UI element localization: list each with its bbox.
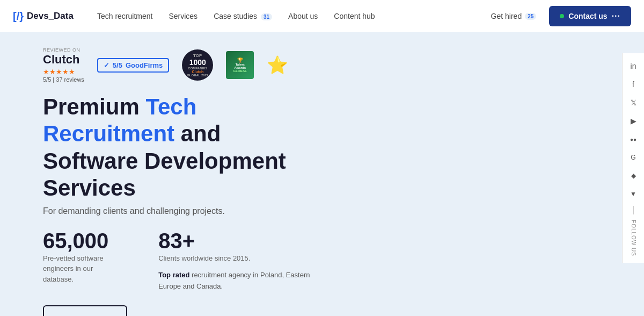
top-rated-text: Top rated recruitment agency in Poland, … [158, 270, 322, 292]
stats-row: 65,000 Pre-vetted software engineers in … [43, 229, 322, 292]
stat-engineers: 65,000 Pre-vetted software engineers in … [43, 229, 115, 292]
youtube-icon[interactable]: ▶ [627, 114, 640, 127]
social-divider [633, 206, 634, 214]
goodfirms-score: 5/5 [113, 61, 122, 69]
navigation: [/} Devs_Data Tech recruitment Services … [0, 0, 644, 32]
badges-row: REVIEWED ON Clutch ★★★★★ 5/5 | 37 review… [43, 47, 601, 83]
clutch-badge: REVIEWED ON Clutch ★★★★★ 5/5 | 37 review… [43, 47, 84, 83]
clutch-stars: ★★★★★ [43, 68, 75, 76]
hero-left: Premium Tech Recruitment and Software De… [43, 94, 322, 316]
clutch-rating: 5/5 | 37 reviews [43, 76, 84, 83]
nav-links: Tech recruitment Services Case studies 3… [91, 8, 485, 25]
nav-case-studies[interactable]: Case studies 31 [207, 8, 279, 25]
goodfirms-social-icon[interactable]: ▼ [627, 188, 640, 200]
nav-about[interactable]: About us [282, 8, 324, 25]
logo-icon: [/} [13, 10, 24, 23]
stat1-number: 65,000 [43, 229, 115, 253]
stat-clients: 83+ Clients worldwide since 2015. Top ra… [158, 229, 322, 292]
goodfirms-badge: ✓ 5/5 GoodFirms [97, 58, 169, 73]
goodfirms-name: GoodFirms [126, 61, 163, 69]
hero-section: REVIEWED ON Clutch ★★★★★ 5/5 | 37 review… [0, 32, 644, 316]
case-studies-badge: 31 [261, 13, 272, 20]
stat2-desc: Clients worldwide since 2015. [158, 253, 255, 264]
nav-right: Get hired 25 Contact us ··· [485, 6, 631, 26]
logo-text: Devs_Data [27, 11, 74, 21]
stat2-number: 83+ [158, 229, 322, 253]
medium-icon[interactable]: ●● [627, 133, 640, 146]
clutch-reviewed-label: REVIEWED ON [43, 47, 84, 53]
menu-dots: ··· [612, 11, 620, 21]
get-hired-button[interactable]: Get hired 25 [485, 8, 543, 25]
follow-us-label: Follow us [631, 220, 636, 256]
learn-more-button[interactable]: Learn more ↓ [43, 305, 127, 316]
clutch-social-icon[interactable]: ◆ [627, 169, 640, 182]
get-hired-badge: 25 [525, 13, 536, 20]
twitter-icon[interactable]: 𝕏 [627, 96, 640, 109]
headline: Premium Tech Recruitment and Software De… [43, 94, 322, 202]
stat1-desc: Pre-vetted software engineers in our dat… [43, 253, 115, 285]
hero-main: Premium Tech Recruitment and Software De… [43, 94, 601, 316]
goodfirms-checkmark: ✓ [104, 61, 109, 69]
contact-button[interactable]: Contact us ··· [549, 6, 631, 26]
clutch-top-badge: TOP 1000 COMPANIES Clutch GLOBAL 2022 [182, 49, 213, 81]
nav-content-hub[interactable]: Content hub [327, 8, 381, 25]
facebook-icon[interactable]: f [627, 78, 640, 91]
nav-services[interactable]: Services [162, 8, 204, 25]
status-dot [560, 14, 564, 18]
social-sidebar: in f 𝕏 ▶ ●● G ◆ ▼ Follow us [622, 53, 644, 263]
nav-tech-recruitment[interactable]: Tech recruitment [91, 8, 159, 25]
clutch-name: Clutch [43, 53, 84, 67]
linkedin-icon[interactable]: in [627, 60, 640, 73]
outsourcing-stars-badge: ⭐ [267, 55, 288, 75]
logo[interactable]: [/} Devs_Data [13, 10, 74, 23]
subline: For demanding clients and challenging pr… [43, 206, 322, 216]
github-icon[interactable]: G [627, 151, 640, 164]
talent-award-badge: 🏆 Talent Awards GLOBAL [226, 51, 254, 79]
